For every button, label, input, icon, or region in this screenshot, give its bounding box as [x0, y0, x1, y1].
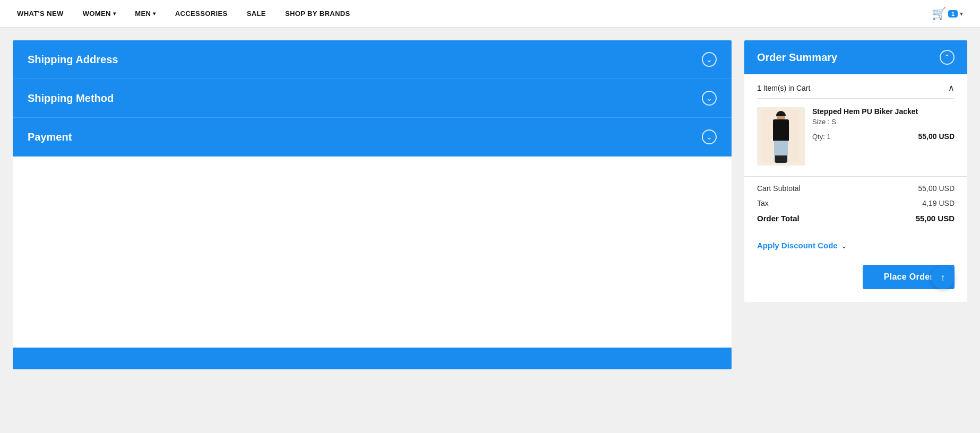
chevron-down-icon: ▾ [113, 11, 116, 16]
order-totals: Cart Subtotal 55,00 USD Tax 4,19 USD Ord… [744, 176, 967, 235]
discount-code-row[interactable]: Apply Discount Code ⌄ [744, 235, 967, 258]
payment-title: Payment [28, 131, 72, 143]
scroll-to-top-button[interactable]: ↑ [931, 266, 955, 289]
cart-item-image [757, 107, 805, 166]
shipping-address-title: Shipping Address [28, 54, 118, 66]
size-value: S [831, 118, 836, 126]
size-label: Size [812, 118, 826, 126]
nav-item-shop-by-brands[interactable]: SHOP BY BRANDS [285, 10, 350, 18]
checkout-content-area [13, 157, 732, 348]
cart-badge: 1 [948, 10, 958, 18]
collapse-icon[interactable]: ∧ [948, 83, 955, 93]
cart-item-price: 55,00 USD [918, 132, 955, 141]
chevron-up-icon: ⌃ [944, 53, 950, 62]
order-total-value: 55,00 USD [916, 214, 955, 223]
place-order-area: Place Order ↑ [744, 258, 967, 302]
main-content: Shipping Address ⌄ Shipping Method ⌄ Pay… [0, 28, 980, 433]
nav-item-women[interactable]: WOMEN ▾ [83, 10, 116, 18]
chevron-down-icon: ⌄ [706, 55, 712, 64]
navigation: WHAT'S NEW WOMEN ▾ MEN ▾ ACCESSORIES SAL… [0, 0, 980, 28]
shipping-method-toggle[interactable]: ⌄ [702, 91, 717, 106]
shipping-address-toggle[interactable]: ⌄ [702, 52, 717, 67]
chevron-down-icon: ⌄ [706, 133, 712, 141]
cart-item-name: Stepped Hem PU Biker Jacket [812, 107, 955, 116]
shipping-method-title: Shipping Method [28, 92, 114, 105]
order-total-row: Order Total 55,00 USD [757, 211, 955, 226]
order-summary-body: 1 Item(s) in Cart ∧ [744, 74, 967, 302]
discount-code-label: Apply Discount Code [757, 241, 838, 250]
order-summary-header: Order Summary ⌃ [744, 40, 967, 74]
cart-item-qty: Qty: 1 [812, 133, 831, 141]
order-summary-title: Order Summary [757, 51, 837, 64]
arrow-up-icon: ↑ [941, 272, 945, 283]
chevron-down-icon: ▾ [153, 11, 156, 16]
payment-section[interactable]: Payment ⌄ [13, 118, 732, 157]
cart-item-details: Stepped Hem PU Biker Jacket Size : S Qty… [812, 107, 955, 141]
tax-label: Tax [757, 199, 769, 207]
checkout-panel: Shipping Address ⌄ Shipping Method ⌄ Pay… [13, 40, 732, 369]
shipping-address-section[interactable]: Shipping Address ⌄ [13, 40, 732, 79]
cart-subtotal-row: Cart Subtotal 55,00 USD [757, 181, 955, 196]
nav-items: WHAT'S NEW WOMEN ▾ MEN ▾ ACCESSORIES SAL… [17, 10, 932, 18]
items-in-cart-label: 1 Item(s) in Cart [757, 84, 810, 92]
nav-item-accessories[interactable]: ACCESSORIES [175, 10, 228, 18]
cart-item-qty-price: Qty: 1 55,00 USD [812, 132, 955, 141]
items-in-cart-row: 1 Item(s) in Cart ∧ [744, 74, 967, 98]
chevron-down-icon: ⌄ [706, 94, 712, 102]
nav-item-sale[interactable]: SALE [247, 10, 266, 18]
order-summary-toggle[interactable]: ⌃ [940, 50, 955, 65]
cart-item: Stepped Hem PU Biker Jacket Size : S Qty… [744, 99, 967, 174]
nav-item-men[interactable]: MEN ▾ [135, 10, 156, 18]
nav-item-whats-new[interactable]: WHAT'S NEW [17, 10, 64, 18]
tax-row: Tax 4,19 USD [757, 196, 955, 211]
shipping-method-section[interactable]: Shipping Method ⌄ [13, 79, 732, 118]
cart-subtotal-label: Cart Subtotal [757, 184, 801, 193]
order-summary-panel: Order Summary ⌃ 1 Item(s) in Cart ∧ [744, 40, 967, 302]
cart-item-size: Size : S [812, 118, 955, 126]
order-total-label: Order Total [757, 214, 800, 223]
cart-icon: 🛒 [932, 7, 946, 21]
cart-button[interactable]: 🛒 1 ▾ [932, 7, 963, 21]
tax-value: 4,19 USD [922, 199, 955, 207]
payment-toggle[interactable]: ⌄ [702, 129, 717, 144]
chevron-down-icon: ▾ [960, 10, 963, 18]
cart-subtotal-value: 55,00 USD [918, 184, 955, 193]
chevron-down-icon: ⌄ [841, 241, 847, 250]
